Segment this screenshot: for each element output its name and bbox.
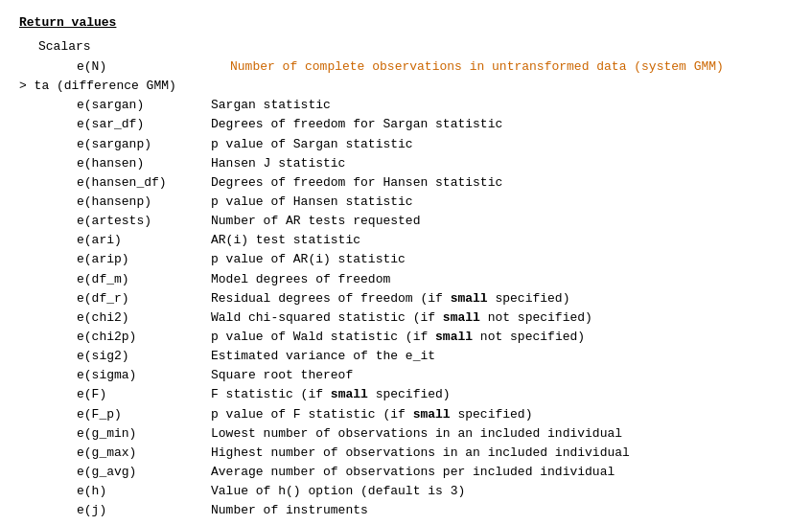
ta-entry-key: e(hansen) [77, 154, 211, 173]
ta-block: > ta (difference GMM) e(sargan)Sargan st… [19, 77, 793, 520]
ta-entry-row: e(sarganp)p value of Sargan statistic [77, 135, 793, 154]
ta-entry-row: e(F_p)p value of F statistic (if small s… [77, 405, 793, 424]
ta-entry-desc: Square root thereof [211, 366, 353, 385]
ta-entry-row: e(F)F statistic (if small specified) [77, 385, 793, 404]
ta-entry-key: e(arip) [77, 250, 211, 269]
ta-entry-row: e(df_m)Model degrees of freedom [77, 270, 793, 289]
section-scalars-label: Scalars [38, 39, 793, 54]
ta-entry-row: e(df_r)Residual degrees of freedom (if s… [77, 289, 793, 308]
ta-entry-row: e(g_max)Highest number of observations i… [77, 444, 793, 463]
ta-entry-row: e(chi2)Wald chi-squared statistic (if sm… [77, 308, 793, 328]
ta-entry-desc: Estimated variance of the e_it [211, 347, 435, 366]
ta-entry-row: e(sigma)Square root thereof [77, 366, 793, 385]
ta-entry-row: e(chi2p)p value of Wald statistic (if sm… [77, 328, 793, 347]
ta-entry-desc: Value of h() option (default is 3) [211, 482, 465, 501]
ta-entry-row: e(artests)Number of AR tests requested [77, 212, 793, 231]
ta-entry-desc: p value of Hansen statistic [211, 193, 413, 212]
ta-entry-desc: Sargan statistic [211, 96, 331, 115]
ta-entry-row: e(j)Number of instruments [77, 501, 793, 520]
ta-entry-desc: Average number of observations per inclu… [211, 463, 615, 482]
ta-entry-desc: p value of AR(i) statistic [211, 250, 406, 269]
ta-entry-row: e(hansen)Hansen J statistic [77, 154, 793, 173]
ta-entry-key: e(hansenp) [77, 193, 211, 212]
ta-entry-desc: Lowest number of observations in an incl… [211, 424, 622, 444]
ta-entry-row: e(g_avg)Average number of observations p… [77, 463, 793, 482]
ta-entry-key: e(g_avg) [77, 463, 211, 482]
page-title: Return values [19, 15, 793, 30]
ta-entry-key: e(hansen_df) [77, 173, 211, 193]
ta-entry-row: e(h)Value of h() option (default is 3) [77, 482, 793, 501]
ta-entry-desc: Degrees of freedom for Hansen statistic [211, 173, 502, 193]
ta-entry-key: e(sigma) [77, 366, 211, 385]
ta-entry-key: e(artests) [77, 212, 211, 231]
ta-header-text: > ta (difference GMM) [19, 77, 176, 96]
ta-entry-row: e(hansenp)p value of Hansen statistic [77, 193, 793, 212]
ta-entry-desc: Hansen J statistic [211, 154, 345, 173]
ta-entry-row: e(sig2)Estimated variance of the e_it [77, 347, 793, 366]
ta-entry-key: e(g_max) [77, 444, 211, 463]
ta-entry-row: e(ari)AR(i) test statistic [77, 231, 793, 250]
ta-entry-key: e(sig2) [77, 347, 211, 366]
ta-entries: e(sargan)Sargan statistice(sar_df)Degree… [77, 96, 793, 520]
en-key: e(N) [77, 57, 230, 77]
ta-entry-row: e(sargan)Sargan statistic [77, 96, 793, 115]
ta-entry-key: e(F) [77, 385, 211, 404]
ta-entry-key: e(ari) [77, 231, 211, 250]
ta-entry-row: e(arip)p value of AR(i) statistic [77, 250, 793, 269]
ta-entry-desc: p value of F statistic (if small specifi… [211, 405, 532, 424]
ta-entry-key: e(chi2p) [77, 328, 211, 347]
ta-entry-desc: Degrees of freedom for Sargan statistic [211, 115, 502, 134]
ta-entry-desc: Wald chi-squared statistic (if small not… [211, 308, 592, 328]
ta-entry-key: e(chi2) [77, 308, 211, 328]
ta-entry-key: e(g_min) [77, 424, 211, 444]
ta-entry-key: e(df_r) [77, 289, 211, 308]
ta-entry-desc: Highest number of observations in an inc… [211, 444, 630, 463]
ta-entry-key: e(F_p) [77, 405, 211, 424]
ta-entry-desc: p value of Wald statistic (if small not … [211, 328, 585, 347]
ta-entry-desc: Number of instruments [211, 501, 368, 520]
ta-entry-key: e(j) [77, 501, 211, 520]
ta-entry-row: e(hansen_df)Degrees of freedom for Hanse… [77, 173, 793, 193]
en-row: e(N) Number of complete observations in … [77, 57, 793, 77]
en-desc: Number of complete observations in untra… [230, 57, 724, 77]
ta-entry-desc: Number of AR tests requested [211, 212, 420, 231]
ta-header-row: > ta (difference GMM) [19, 77, 793, 96]
ta-entry-key: e(h) [77, 482, 211, 501]
ta-entry-desc: Model degrees of freedom [211, 270, 390, 289]
ta-entry-key: e(sarganp) [77, 135, 211, 154]
ta-entry-desc: AR(i) test statistic [211, 231, 360, 250]
ta-entry-desc: Residual degrees of freedom (if small sp… [211, 289, 569, 308]
ta-entry-row: e(g_min)Lowest number of observations in… [77, 424, 793, 444]
ta-entry-key: e(sargan) [77, 96, 211, 115]
ta-entry-desc: F statistic (if small specified) [211, 385, 451, 404]
ta-entry-key: e(df_m) [77, 270, 211, 289]
ta-entry-key: e(sar_df) [77, 115, 211, 134]
ta-entry-row: e(sar_df)Degrees of freedom for Sargan s… [77, 115, 793, 134]
ta-entry-desc: p value of Sargan statistic [211, 135, 413, 154]
